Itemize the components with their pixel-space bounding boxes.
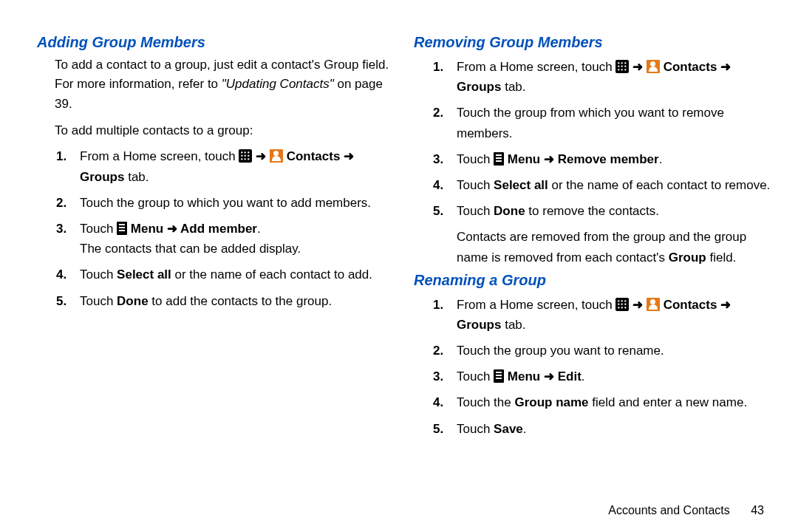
menu-label: Menu xyxy=(508,369,540,383)
text: . xyxy=(659,152,663,166)
done-label: Done xyxy=(494,204,525,218)
menu-label: Menu xyxy=(131,222,163,236)
contacts-label: Contacts xyxy=(664,298,717,312)
contacts-label: Contacts xyxy=(664,60,717,74)
step-item: From a Home screen, touch ➜ Contacts ➜ G… xyxy=(80,146,399,186)
post-paragraph: Contacts are removed from the group and … xyxy=(457,227,776,267)
arrow-icon: ➜ xyxy=(720,298,731,312)
contacts-icon xyxy=(647,298,660,311)
remove-member-label: Remove member xyxy=(558,152,659,166)
text: Touch xyxy=(80,267,117,282)
step-item: From a Home screen, touch ➜ Contacts ➜ G… xyxy=(457,57,776,97)
edit-label: Edit xyxy=(558,369,582,383)
step-item: Touch Done to add the contacts to the gr… xyxy=(80,291,399,311)
removing-steps: From a Home screen, touch ➜ Contacts ➜ G… xyxy=(432,57,776,221)
text: or the name of each contact to remove. xyxy=(548,178,771,192)
arrow-icon: ➜ xyxy=(720,60,731,74)
arrow-icon: ➜ xyxy=(632,298,647,312)
text: to add the contacts to the group. xyxy=(149,294,332,308)
select-all-label: Select all xyxy=(117,267,171,282)
save-label: Save xyxy=(494,422,523,436)
text: to remove the contacts. xyxy=(525,204,659,218)
text: Touch xyxy=(457,204,494,218)
arrow-icon: ➜ xyxy=(256,149,270,163)
text: Touch xyxy=(80,222,117,236)
add-member-label: Add member xyxy=(180,222,257,236)
step-item: Touch Done to remove the contacts. xyxy=(457,201,776,221)
menu-icon xyxy=(494,369,504,383)
step-item: Touch the group from which you want to r… xyxy=(457,103,776,143)
apps-grid-icon xyxy=(615,298,629,311)
text: . xyxy=(523,422,527,436)
content-columns: Adding Group Members To add a contact to… xyxy=(22,30,776,489)
arrow-icon: ➜ xyxy=(344,149,354,163)
text: tab. xyxy=(124,170,149,184)
left-column: Adding Group Members To add a contact to… xyxy=(22,30,399,489)
group-field-label: Group xyxy=(669,250,706,265)
arrow-icon: ➜ xyxy=(632,60,647,74)
apps-grid-icon xyxy=(239,149,252,163)
sub-text: The contacts that can be added display. xyxy=(80,239,399,259)
text: Touch xyxy=(80,294,117,308)
arrow-icon: ➜ xyxy=(544,369,558,383)
step-item: Touch the group to which you want to add… xyxy=(80,193,399,213)
menu-icon xyxy=(117,222,127,235)
step-item: Touch Select all or the name of each con… xyxy=(457,175,776,195)
step-item: Touch the Group name field and enter a n… xyxy=(457,392,776,412)
text: From a Home screen, touch xyxy=(80,149,239,163)
arrow-icon: ➜ xyxy=(167,222,180,236)
manual-page: Adding Group Members To add a contact to… xyxy=(0,0,798,532)
footer-section: Accounts and Contacts xyxy=(608,504,730,516)
apps-grid-icon xyxy=(615,60,629,73)
menu-label: Menu xyxy=(508,152,540,166)
page-footer: Accounts and Contacts 43 xyxy=(22,489,776,517)
text: Touch xyxy=(457,178,494,192)
section-title-removing: Removing Group Members xyxy=(414,34,776,51)
step-item: Touch Save. xyxy=(457,419,776,439)
contacts-icon xyxy=(647,60,660,73)
text: or the name of each contact to add. xyxy=(171,267,372,282)
text: field and enter a new name. xyxy=(589,395,748,409)
text: Touch xyxy=(457,369,494,383)
intro-ref: "Updating Contacts" xyxy=(222,77,334,91)
step-item: Touch the group you want to rename. xyxy=(457,341,776,361)
arrow-icon: ➜ xyxy=(544,152,558,166)
text: Touch xyxy=(457,152,494,166)
footer-page-number: 43 xyxy=(751,504,764,516)
right-column: Removing Group Members From a Home scree… xyxy=(414,30,776,489)
lead-line: To add multiple contacts to a group: xyxy=(55,121,399,140)
done-label: Done xyxy=(117,294,149,308)
text: From a Home screen, touch xyxy=(457,60,615,74)
step-item: Touch Menu ➜ Remove member. xyxy=(457,149,776,169)
step-item: From a Home screen, touch ➜ Contacts ➜ G… xyxy=(457,295,776,335)
text: tab. xyxy=(501,318,525,332)
groups-label: Groups xyxy=(457,318,501,332)
menu-icon xyxy=(494,152,504,166)
intro-paragraph: To add a contact to a group, just edit a… xyxy=(55,55,399,114)
contacts-icon xyxy=(270,149,283,163)
text: tab. xyxy=(501,80,525,94)
text: Touch xyxy=(457,422,494,436)
contacts-label: Contacts xyxy=(287,149,341,163)
renaming-steps: From a Home screen, touch ➜ Contacts ➜ G… xyxy=(432,295,776,439)
text: From a Home screen, touch xyxy=(457,298,615,312)
groups-label: Groups xyxy=(80,170,124,184)
text: . xyxy=(257,222,261,236)
groups-label: Groups xyxy=(457,80,501,94)
text: field. xyxy=(706,250,737,265)
text: Touch the xyxy=(457,395,514,409)
select-all-label: Select all xyxy=(494,178,548,192)
section-title-adding: Adding Group Members xyxy=(37,34,399,51)
step-item: Touch Select all or the name of each con… xyxy=(80,265,399,284)
section-title-renaming: Renaming a Group xyxy=(414,272,776,289)
adding-steps: From a Home screen, touch ➜ Contacts ➜ G… xyxy=(55,146,399,310)
step-item: Touch Menu ➜ Add member. The contacts th… xyxy=(80,219,399,259)
group-name-label: Group name xyxy=(514,395,588,409)
text: . xyxy=(582,369,585,383)
step-item: Touch Menu ➜ Edit. xyxy=(457,366,776,386)
